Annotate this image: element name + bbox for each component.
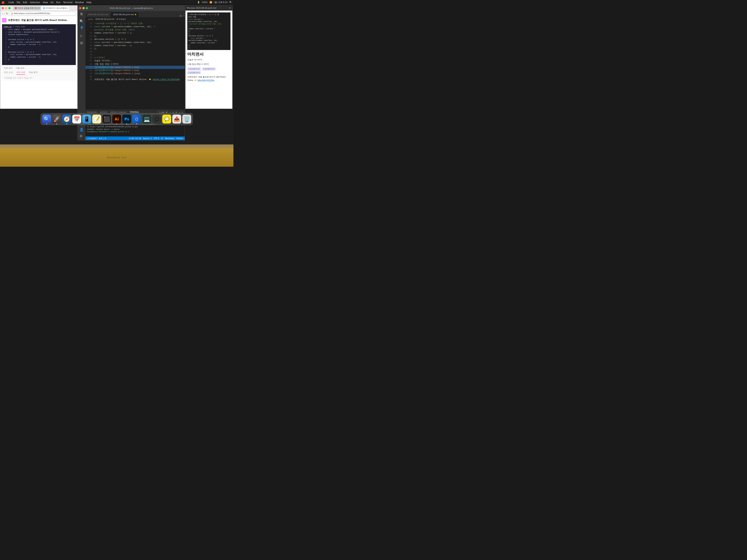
dock-illustrator[interactable]: Ai [112,115,121,124]
tab-js13[interactable]: 2020-08-25-js13.md [85,12,111,17]
dock-kakaotalk[interactable]: 💬 [162,115,171,124]
forward-button[interactable]: › [4,12,5,15]
vscode-maximize[interactable] [86,7,88,9]
dock-unity[interactable]: ⬡ [152,115,161,124]
dock-vscode[interactable]: ⟨⟩ [132,115,141,124]
explorer-icon[interactable]: ⎘ [81,12,83,16]
more-actions-icon[interactable]: ··· [183,15,185,17]
vscode-minimize[interactable] [82,7,85,9]
site-header: F 프론트엔드 개발 올인원 패키지 with React Online. [2,18,76,22]
dock-trash[interactable]: 🗑️ [182,115,191,124]
dock-finder[interactable]: 🔍 [42,115,51,124]
extensions-icon[interactable]: ⊞ [80,41,83,45]
preview-window: Preview 2020-08-26-js14.md ✕ //dom이름.on이… [185,5,233,109]
browser-tab-1[interactable]: 🔴 커리어 성장을 위한 최고의 ✕ [13,6,41,10]
dock-airdrop[interactable]: 📤 [172,115,181,124]
tab-materials[interactable]: 강의 자료 [17,71,25,75]
split-editor-icon[interactable]: ⧉ [180,15,182,17]
prev-lecture-link[interactable]: 이전 강의 [4,67,13,70]
browser-content: F 프론트엔드 개발 올인원 패키지 with React Online. in… [0,16,78,104]
browser-tab-2[interactable]: 🌐 마이페이지 | 패스트캠퍼스 ✕ [41,6,69,10]
menu-selection[interactable]: Selection [30,1,40,4]
menu-code[interactable]: Code [8,1,14,4]
apple-menu[interactable]: 🍎 [1,1,5,4]
search-icon[interactable]: 🔍 [79,19,83,23]
back-button[interactable]: ‹ [2,12,3,15]
dock-appstore[interactable]: 📱 [82,115,91,124]
line-64: 64 시험 영상 28강 1~3까지 [85,62,185,66]
tab-label-2: 마이페이지 | 패스트캠퍼스 [46,7,68,9]
tab-intro[interactable]: 강의 소개 [4,71,13,75]
tab-stats[interactable]: 학습 통계 [29,71,38,75]
dock-terminal[interactable]: ⬛ [102,115,111,124]
menu-right: 🔋 100% 📶 (월) 오후 6:14 🔍 [197,1,232,4]
reload-button[interactable]: ↻ [6,12,8,15]
vscode-close[interactable] [79,7,81,9]
preview-title: Preview 2020-08-26-js14.md [187,7,216,9]
prettier[interactable]: Prettier [176,137,183,139]
settings-icon[interactable]: ⚙ [79,134,83,138]
browser-nav: ‹ › ↻ 🔒 fastcampus.co.kr/courses/200543/… [0,11,78,16]
battery: 🔋 [197,1,200,3]
tab-js14[interactable]: 2020-08-26-js14.md [111,12,138,17]
debug-icon[interactable]: ▷ [80,34,83,37]
dock-safari[interactable]: 🧭 [62,115,71,124]
terminal-prompt[interactable]: bmyu@Bomiui-MacBookPro bomee88.github.io… [87,131,183,133]
code-editor[interactable]: 52 //dom이름.on이벤트명 = () => {} 형태로 진행. 53 … [85,21,185,110]
dock: 🔍 🚀 🧭 📅 📱 📝 ⬛ Ai Ps ⟨⟩ 💻 ⬡ 💬 📤 🗑️ [41,113,193,125]
browser-titlebar: 🔴 커리어 성장을 위한 최고의 ✕ 🌐 마이페이지 | 패스트캠퍼스 ✕ [0,5,78,11]
dock-photoshop[interactable]: Ps [122,115,131,124]
tab-label-1: 커리어 성장을 위한 최고의 [18,7,40,9]
bc-file: 2020-08-26-js14.md [96,18,114,20]
menu-run[interactable]: Run [56,1,60,4]
maximize-button[interactable] [8,7,10,9]
git-branch[interactable]: ⎇ master* [87,137,97,139]
preview-footer: 프론트엔드 개발 올인원 패키지 with React Online. 👉 ht… [187,75,230,82]
next-lecture-link[interactable]: 다음 강의 [16,67,25,70]
menu-bar: 🍎 Code File Edit Selection View Go Run T… [0,0,233,5]
line-68: 68 [85,75,185,78]
close-preview-icon[interactable]: ✕ [229,7,231,9]
close-button[interactable] [2,7,4,9]
account-icon[interactable]: 👤 [79,128,83,132]
menu-terminal[interactable]: Terminal [63,1,73,4]
preview-content: //dom이름.on이벤트명 = () => {} 형 태로 진행. const… [185,10,232,109]
bc-posts: _posts [87,18,93,20]
file-tab-html[interactable]: ⊘ index.html [13,26,25,28]
preview-body-1: 오늘은 여기까지.. [187,58,230,61]
dock-notes[interactable]: 📝 [92,115,101,124]
browser-window: 🔴 커리어 성장을 위한 최고의 ✕ 🌐 마이페이지 | 패스트캠퍼스 ✕ ‹ … [0,5,78,109]
vscode-titlebar: 2020-08-26-js14.md — bomee88.github.io [78,5,185,11]
breadcrumb: _posts › 2020-08-26-js14.md › # 마치면서 [85,17,185,21]
line-55: 55 }; [85,35,185,38]
url-bar[interactable]: 🔒 fastcampus.co.kr/courses/200543/clips [9,12,76,16]
site-title: 프론트엔드 개발 올인원 패키지 with React Online. [8,19,68,22]
menu-view[interactable]: View [43,1,48,4]
menu-edit[interactable]: Edit [23,1,27,4]
error-count[interactable]: ⊗ 0 △ 0 [99,137,106,139]
dock-launchpad[interactable]: 🚀 [52,115,61,124]
minimize-button[interactable] [5,7,7,9]
preview-titlebar: Preview 2020-08-26-js14.md ✕ [185,5,232,10]
menu-window[interactable]: Window [75,1,84,4]
tab-close-2[interactable]: ✕ [69,7,69,9]
menu-go[interactable]: Go [51,1,54,4]
menu-file[interactable]: File [17,1,20,4]
source-control-icon[interactable]: ⑂1 [81,26,83,30]
tab-close-1[interactable]: ✕ [41,7,41,9]
menu-help[interactable]: Help [86,1,92,4]
line-53b: parseInt 문자열을 숫자로 변환, 10진수 [85,28,185,31]
search-icon[interactable]: 🔍 [229,1,232,3]
dock-iterm[interactable]: 💻 [142,115,151,124]
editor-tabs: 2020-08-25-js13.md 2020-08-26-js14.md ⧉ … [85,11,185,17]
clock: (월) 오후 6:14 [214,1,228,4]
language-mode[interactable]: Markdown [165,137,175,139]
file-tab-js[interactable]: index.js [3,26,11,28]
line-69: 69 프론트엔드 개발 올인원 패키지 with React Online. 👉… [85,78,185,81]
wifi-icon: 📶 [209,1,212,3]
preview-link[interactable]: https://bit.ly/31Cf1hp [198,79,214,81]
tab-js14-label: 2020-08-26-js14.md [113,14,134,16]
line-62: 62 # 마치면서 [85,56,185,59]
modified-dot [135,14,136,15]
dock-calendar[interactable]: 📅 [72,115,81,124]
